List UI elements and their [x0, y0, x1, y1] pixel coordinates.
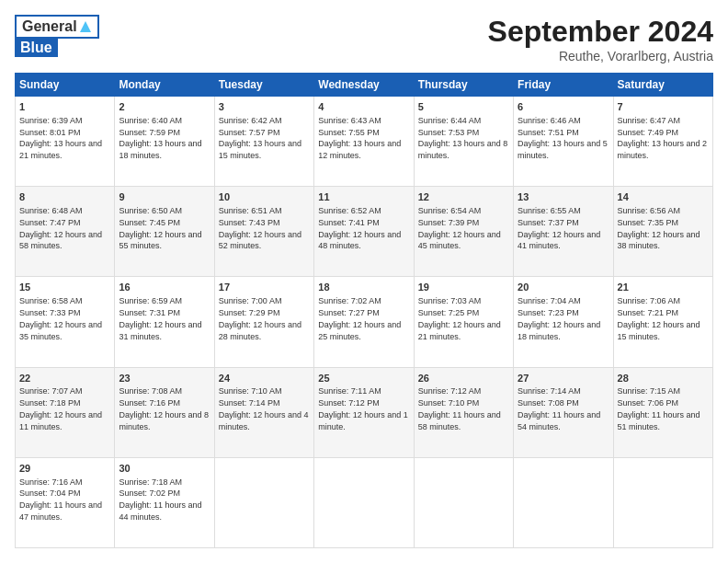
day-number: 29 [19, 462, 110, 476]
calendar-cell: 29Sunrise: 7:16 AMSunset: 7:04 PMDayligh… [16, 457, 115, 547]
calendar-cell: 2Sunrise: 6:40 AMSunset: 7:59 PMDaylight… [115, 97, 214, 187]
calendar-cell: 20Sunrise: 7:04 AMSunset: 7:23 PMDayligh… [514, 277, 613, 367]
calendar-cell: 1Sunrise: 6:39 AMSunset: 8:01 PMDaylight… [16, 97, 115, 187]
calendar-cell: 7Sunrise: 6:47 AMSunset: 7:49 PMDaylight… [613, 97, 712, 187]
calendar-cell: 15Sunrise: 6:58 AMSunset: 7:33 PMDayligh… [16, 277, 115, 367]
day-info: Sunrise: 7:02 AMSunset: 7:27 PMDaylight:… [318, 296, 401, 340]
day-number: 14 [618, 190, 709, 204]
page: General Blue September 2024 Reuthe, Vora… [0, 0, 728, 563]
day-number: 26 [418, 372, 509, 385]
calendar-cell [514, 457, 613, 547]
month-title: September 2024 [488, 15, 713, 49]
calendar-cell: 4Sunrise: 6:43 AMSunset: 7:55 PMDaylight… [314, 97, 414, 187]
calendar-cell: 8Sunrise: 6:48 AMSunset: 7:47 PMDaylight… [16, 187, 115, 277]
col-monday: Monday [115, 74, 214, 97]
calendar-cell: 18Sunrise: 7:02 AMSunset: 7:27 PMDayligh… [314, 277, 414, 367]
day-number: 17 [219, 281, 310, 294]
day-info: Sunrise: 7:00 AMSunset: 7:29 PMDaylight:… [219, 296, 301, 340]
day-info: Sunrise: 7:10 AMSunset: 7:14 PMDaylight:… [219, 386, 309, 431]
day-number: 2 [119, 100, 210, 114]
day-info: Sunrise: 6:58 AMSunset: 7:33 PMDaylight:… [19, 296, 102, 340]
calendar-cell: 23Sunrise: 7:08 AMSunset: 7:16 PMDayligh… [115, 367, 214, 457]
day-info: Sunrise: 7:06 AMSunset: 7:21 PMDaylight:… [618, 296, 700, 340]
day-info: Sunrise: 7:18 AMSunset: 7:02 PMDaylight:… [119, 477, 201, 522]
day-info: Sunrise: 7:12 AMSunset: 7:10 PMDaylight:… [418, 386, 501, 431]
day-info: Sunrise: 6:51 AMSunset: 7:43 PMDaylight:… [219, 206, 301, 250]
calendar-week-5: 29Sunrise: 7:16 AMSunset: 7:04 PMDayligh… [16, 457, 713, 547]
day-number: 7 [618, 100, 709, 114]
day-info: Sunrise: 6:44 AMSunset: 7:53 PMDaylight:… [418, 116, 508, 160]
day-number: 20 [518, 281, 609, 294]
day-number: 30 [119, 462, 210, 476]
col-friday: Friday [514, 74, 613, 97]
day-number: 27 [518, 372, 609, 385]
day-number: 18 [318, 281, 409, 294]
day-number: 8 [19, 190, 110, 204]
calendar-cell [414, 457, 513, 547]
day-info: Sunrise: 6:43 AMSunset: 7:55 PMDaylight:… [318, 116, 401, 160]
calendar-cell: 11Sunrise: 6:52 AMSunset: 7:41 PMDayligh… [314, 187, 414, 277]
svg-marker-0 [80, 21, 91, 32]
calendar-cell [214, 457, 313, 547]
day-number: 1 [19, 100, 110, 114]
calendar-cell: 24Sunrise: 7:10 AMSunset: 7:14 PMDayligh… [214, 367, 313, 457]
calendar-cell: 10Sunrise: 6:51 AMSunset: 7:43 PMDayligh… [214, 187, 313, 277]
day-number: 21 [618, 281, 709, 294]
calendar-week-2: 8Sunrise: 6:48 AMSunset: 7:47 PMDaylight… [16, 187, 713, 277]
day-info: Sunrise: 7:16 AMSunset: 7:04 PMDaylight:… [19, 477, 102, 522]
day-number: 13 [518, 190, 609, 204]
calendar-cell: 28Sunrise: 7:15 AMSunset: 7:06 PMDayligh… [613, 367, 712, 457]
calendar-cell: 30Sunrise: 7:18 AMSunset: 7:02 PMDayligh… [115, 457, 214, 547]
title-block: September 2024 Reuthe, Vorarlberg, Austr… [488, 15, 713, 63]
day-info: Sunrise: 7:08 AMSunset: 7:16 PMDaylight:… [119, 386, 209, 431]
day-info: Sunrise: 7:15 AMSunset: 7:06 PMDaylight:… [618, 386, 700, 431]
calendar-table: Sunday Monday Tuesday Wednesday Thursday… [15, 73, 713, 548]
logo-blue-text: Blue [20, 40, 52, 55]
day-number: 15 [19, 281, 110, 294]
calendar-cell: 13Sunrise: 6:55 AMSunset: 7:37 PMDayligh… [514, 187, 613, 277]
calendar-cell: 17Sunrise: 7:00 AMSunset: 7:29 PMDayligh… [214, 277, 313, 367]
day-info: Sunrise: 6:47 AMSunset: 7:49 PMDaylight:… [618, 116, 708, 160]
day-info: Sunrise: 6:46 AMSunset: 7:51 PMDaylight:… [518, 116, 608, 160]
location: Reuthe, Vorarlberg, Austria [488, 49, 713, 63]
day-info: Sunrise: 6:50 AMSunset: 7:45 PMDaylight:… [119, 206, 201, 250]
day-info: Sunrise: 7:07 AMSunset: 7:18 PMDaylight:… [19, 386, 102, 431]
calendar-cell: 25Sunrise: 7:11 AMSunset: 7:12 PMDayligh… [314, 367, 414, 457]
day-number: 22 [19, 372, 110, 385]
calendar-cell: 22Sunrise: 7:07 AMSunset: 7:18 PMDayligh… [16, 367, 115, 457]
calendar-week-4: 22Sunrise: 7:07 AMSunset: 7:18 PMDayligh… [16, 367, 713, 457]
day-info: Sunrise: 6:59 AMSunset: 7:31 PMDaylight:… [119, 296, 201, 340]
col-tuesday: Tuesday [214, 74, 313, 97]
logo: General Blue [15, 15, 99, 57]
day-number: 16 [119, 281, 210, 294]
day-number: 23 [119, 372, 210, 385]
day-info: Sunrise: 6:52 AMSunset: 7:41 PMDaylight:… [318, 206, 401, 250]
calendar-cell [314, 457, 414, 547]
day-info: Sunrise: 6:54 AMSunset: 7:39 PMDaylight:… [418, 206, 501, 250]
calendar-cell: 5Sunrise: 6:44 AMSunset: 7:53 PMDaylight… [414, 97, 513, 187]
calendar-cell: 14Sunrise: 6:56 AMSunset: 7:35 PMDayligh… [613, 187, 712, 277]
day-info: Sunrise: 6:40 AMSunset: 7:59 PMDaylight:… [119, 116, 201, 160]
day-info: Sunrise: 7:03 AMSunset: 7:25 PMDaylight:… [418, 296, 501, 340]
day-number: 5 [418, 100, 509, 114]
day-info: Sunrise: 7:14 AMSunset: 7:08 PMDaylight:… [518, 386, 600, 431]
header-row: Sunday Monday Tuesday Wednesday Thursday… [16, 74, 713, 97]
calendar-week-1: 1Sunrise: 6:39 AMSunset: 8:01 PMDaylight… [16, 97, 713, 187]
day-info: Sunrise: 6:55 AMSunset: 7:37 PMDaylight:… [518, 206, 600, 250]
day-number: 11 [318, 190, 409, 204]
calendar-cell: 16Sunrise: 6:59 AMSunset: 7:31 PMDayligh… [115, 277, 214, 367]
day-info: Sunrise: 6:39 AMSunset: 8:01 PMDaylight:… [19, 116, 102, 160]
calendar-cell [613, 457, 712, 547]
calendar-cell: 3Sunrise: 6:42 AMSunset: 7:57 PMDaylight… [214, 97, 313, 187]
day-number: 19 [418, 281, 509, 294]
calendar-cell: 21Sunrise: 7:06 AMSunset: 7:21 PMDayligh… [613, 277, 712, 367]
day-info: Sunrise: 7:04 AMSunset: 7:23 PMDaylight:… [518, 296, 600, 340]
col-saturday: Saturday [613, 74, 712, 97]
calendar-cell: 9Sunrise: 6:50 AMSunset: 7:45 PMDaylight… [115, 187, 214, 277]
day-number: 28 [618, 372, 709, 385]
calendar-cell: 12Sunrise: 6:54 AMSunset: 7:39 PMDayligh… [414, 187, 513, 277]
day-number: 12 [418, 190, 509, 204]
day-number: 4 [318, 100, 409, 114]
calendar-cell: 6Sunrise: 6:46 AMSunset: 7:51 PMDaylight… [514, 97, 613, 187]
day-number: 9 [119, 190, 210, 204]
